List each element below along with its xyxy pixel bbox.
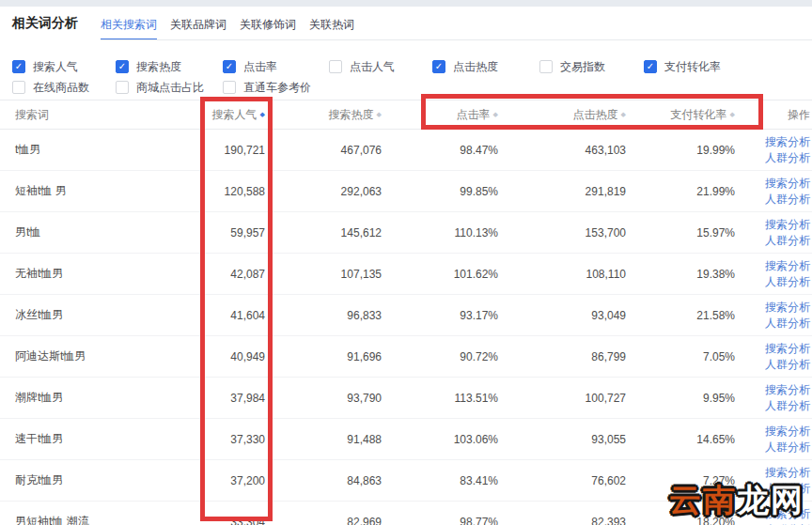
crowd-analysis-link[interactable]: 人群分析 — [765, 398, 810, 414]
crowd-analysis-link[interactable]: 人群分析 — [765, 150, 810, 166]
tab-related-hot-words[interactable]: 关联热词 — [309, 7, 354, 40]
checkbox-icon — [12, 81, 25, 94]
search-analysis-link[interactable]: 搜索分析 — [765, 217, 810, 233]
search-analysis-link[interactable]: 搜索分析 — [765, 382, 810, 398]
header-search-heat-sort[interactable]: 搜索热度◆ — [265, 107, 382, 123]
click-rate-cell: 83.41% — [382, 474, 498, 487]
click-rate-cell: 101.62% — [382, 268, 498, 281]
action-cell: 搜索分析人群分析 — [735, 341, 810, 373]
tab-related-search-words[interactable]: 相关搜索词 — [101, 7, 157, 40]
pay-conversion-cell: 19.38% — [626, 268, 735, 281]
pay-conversion-cell: 19.99% — [626, 144, 735, 157]
search-analysis-link[interactable]: 搜索分析 — [765, 134, 810, 150]
search-analysis-link[interactable]: 搜索分析 — [765, 424, 810, 440]
tab-bar: 相关搜索词 关联品牌词 关联修饰词 关联热词 — [101, 7, 367, 40]
action-cell: 搜索分析人群分析 — [735, 134, 810, 166]
crowd-analysis-link[interactable]: 人群分析 — [765, 316, 810, 332]
search-popularity-cell: 33,304 — [199, 516, 265, 525]
keyword-cell: 阿迪达斯t恤男 — [0, 348, 199, 364]
table-row: 冰丝t恤男 41,604 96,833 93.17% 93,049 21.58%… — [0, 295, 812, 336]
filter-online-products[interactable]: 在线商品数 — [12, 80, 89, 95]
filter-search-heat[interactable]: 搜索热度 — [116, 59, 181, 74]
checkbox-icon — [223, 60, 236, 73]
table-row: 男t恤 59,957 145,612 110.13% 153,700 15.97… — [0, 212, 812, 254]
search-popularity-cell: 37,984 — [199, 392, 265, 405]
search-heat-cell: 107,135 — [265, 268, 382, 281]
click-rate-cell: 90.72% — [382, 350, 498, 363]
search-analysis-link[interactable]: 搜索分析 — [765, 300, 810, 316]
search-heat-cell: 82,969 — [265, 516, 382, 525]
filter-search-popularity[interactable]: 搜索人气 — [12, 59, 78, 74]
search-analysis-link[interactable]: 搜索分析 — [765, 176, 810, 192]
header-action: 操作 — [735, 107, 810, 123]
filter-trade-index[interactable]: 交易指数 — [539, 59, 605, 74]
keyword-cell: 无袖t恤男 — [0, 266, 199, 282]
crowd-analysis-link[interactable]: 人群分析 — [765, 357, 810, 373]
action-cell: 搜索分析人群分析 — [735, 300, 810, 332]
click-heat-cell: 82,393 — [498, 516, 626, 525]
checkbox-icon — [644, 60, 657, 73]
crowd-analysis-link[interactable]: 人群分析 — [765, 440, 810, 456]
search-heat-cell: 84,863 — [265, 474, 382, 487]
filter-label: 点击人气 — [350, 59, 395, 75]
header-click-rate-sort[interactable]: 点击率◆ — [382, 107, 498, 123]
filter-mall-click-share[interactable]: 商城点击占比 — [116, 80, 204, 95]
filter-click-popularity[interactable]: 点击人气 — [329, 59, 395, 74]
header: 相关词分析 相关搜索词 关联品牌词 关联修饰词 关联热词 — [0, 7, 812, 40]
filter-label: 商城点击占比 — [136, 80, 204, 96]
search-analysis-link[interactable]: 搜索分析 — [765, 465, 810, 481]
tab-related-brand-words[interactable]: 关联品牌词 — [170, 7, 226, 40]
filter-click-heat[interactable]: 点击热度 — [432, 59, 498, 74]
click-rate-cell: 93.17% — [382, 309, 498, 322]
filter-label: 搜索热度 — [136, 59, 181, 75]
table-header-row: 搜索词 搜索人气◆ 搜索热度◆ 点击率◆ 点击热度◆ 支付转化率◆ 操作 — [0, 100, 812, 130]
click-rate-cell: 110.13% — [382, 226, 498, 239]
pay-conversion-cell: 15.97% — [626, 226, 735, 239]
search-analysis-link[interactable]: 搜索分析 — [765, 341, 810, 357]
click-rate-cell: 98.77% — [382, 516, 498, 525]
click-heat-cell: 100,727 — [498, 392, 626, 405]
search-heat-cell: 93,790 — [265, 392, 382, 405]
filter-label: 点击热度 — [453, 59, 498, 75]
filter-click-rate[interactable]: 点击率 — [223, 59, 277, 74]
pay-conversion-cell: 14.65% — [626, 433, 735, 446]
click-heat-cell: 93,055 — [498, 433, 626, 446]
search-heat-cell: 467,076 — [265, 144, 382, 157]
click-heat-cell: 93,049 — [498, 309, 626, 322]
crowd-analysis-link[interactable]: 人群分析 — [765, 192, 810, 208]
header-pay-conversion-sort[interactable]: 支付转化率◆ — [626, 107, 735, 123]
click-heat-cell: 463,103 — [498, 144, 626, 157]
filter-label: 直通车参考价 — [243, 80, 311, 96]
search-popularity-cell: 37,330 — [199, 433, 265, 446]
table-row: 潮牌t恤男 37,984 93,790 113.51% 100,727 9.95… — [0, 378, 812, 419]
keyword-cell: 速干t恤男 — [0, 431, 199, 447]
click-rate-cell: 99.85% — [382, 185, 498, 198]
keyword-cell: 冰丝t恤男 — [0, 307, 199, 323]
crowd-analysis-link[interactable]: 人群分析 — [765, 522, 810, 525]
crowd-analysis-link[interactable]: 人群分析 — [765, 233, 810, 249]
filter-label: 交易指数 — [560, 59, 605, 75]
checkbox-icon — [539, 60, 553, 73]
watermark: 云南龙网 — [669, 479, 804, 522]
checkbox-icon — [223, 81, 236, 94]
search-heat-cell: 145,612 — [265, 226, 382, 239]
keyword-cell: 耐克t恤男 — [0, 472, 199, 488]
search-popularity-cell: 120,588 — [199, 185, 265, 198]
filter-pay-conversion[interactable]: 支付转化率 — [644, 59, 721, 74]
search-analysis-link[interactable]: 搜索分析 — [765, 258, 810, 274]
filter-label: 支付转化率 — [664, 59, 721, 75]
pay-conversion-cell: 21.99% — [626, 185, 735, 198]
filter-label: 在线商品数 — [33, 80, 89, 96]
header-search-popularity-sort[interactable]: 搜索人气◆ — [199, 107, 265, 123]
header-keyword: 搜索词 — [0, 107, 199, 123]
keyword-cell: 男短袖t恤 潮流 — [0, 514, 199, 525]
filter-ztc-reference-price[interactable]: 直通车参考价 — [223, 80, 311, 95]
search-popularity-cell: 37,200 — [199, 474, 265, 487]
checkbox-icon — [329, 60, 342, 73]
tab-related-modifier-words[interactable]: 关联修饰词 — [240, 7, 296, 40]
search-heat-cell: 292,063 — [265, 185, 382, 198]
action-cell: 搜索分析人群分析 — [735, 258, 810, 290]
crowd-analysis-link[interactable]: 人群分析 — [765, 274, 810, 290]
header-click-heat-sort[interactable]: 点击热度◆ — [498, 107, 626, 123]
keyword-analysis-panel: 相关词分析 相关搜索词 关联品牌词 关联修饰词 关联热词 搜索人气 搜索热度 点… — [0, 0, 812, 525]
